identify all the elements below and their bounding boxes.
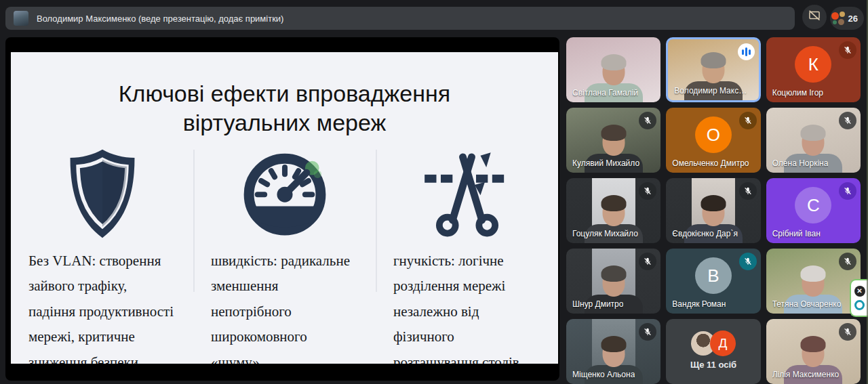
participant-name: Міщенко Альона	[572, 370, 635, 379]
presenter-banner-text: Володимир Максименко (веде презентацію, …	[37, 14, 283, 24]
participant-tile[interactable]: Світлана Гамалій	[566, 37, 660, 102]
extension-overlay: ✕	[850, 279, 868, 317]
silhouette-hair	[801, 336, 826, 352]
participant-tile[interactable]: Олена Норкіна	[766, 108, 861, 173]
avatar: В	[695, 257, 732, 294]
silhouette-hair	[701, 195, 726, 211]
slide-column-speed: швидкість: радикальне зменшення непотріб…	[193, 146, 376, 364]
participant-name: Омельченко Дмитро	[672, 158, 749, 168]
avatar: С	[795, 187, 831, 223]
participant-name: Євдокієнко Дар`я	[672, 229, 738, 238]
mic-muted-icon	[639, 253, 656, 270]
participant-tile[interactable]: Міщенко Альона	[566, 319, 660, 384]
slide-column-vlan: Без VLAN: створення зайвого трафіку, пад…	[11, 146, 193, 364]
silhouette-hair	[601, 54, 626, 70]
participant-tile[interactable]: ООмельченко Дмитро	[666, 108, 760, 173]
extension-close-icon[interactable]: ✕	[854, 286, 865, 297]
more-people-avatars: Д	[691, 330, 736, 356]
presenter-avatar	[14, 11, 28, 26]
speedometer-icon	[211, 146, 358, 242]
mic-muted-icon	[639, 112, 656, 129]
participant-name: Вандяк Роман	[672, 299, 726, 309]
participant-name: Лілія Максименко	[772, 370, 840, 379]
mic-muted-icon	[839, 41, 856, 59]
presenter-banner: Володимир Максименко (веде презентацію, …	[5, 7, 795, 30]
participant-name: Гоцуляк Михайло	[572, 229, 638, 238]
avatar: К	[795, 46, 831, 83]
participant-name: Коцюлим Ігор	[772, 88, 823, 98]
mic-muted-icon	[739, 182, 757, 200]
mic-muted-icon	[839, 182, 856, 200]
silhouette-hair	[801, 125, 826, 141]
participant-name: Олена Норкіна	[772, 158, 829, 168]
participant-name: Срібний Іван	[772, 229, 821, 238]
silhouette-hair	[601, 195, 626, 211]
participant-count: 26	[848, 14, 858, 24]
mic-muted-icon	[639, 323, 656, 341]
participant-name: Володимир Максименко	[674, 86, 748, 95]
participant-tile[interactable]: Кулявий Михайло	[566, 108, 660, 173]
participant-tile[interactable]: ССрібний Іван	[766, 178, 861, 243]
slide-column-text: швидкість: радикальне зменшення непотріб…	[211, 249, 358, 364]
slide-column-text: гнучкість: логічне розділення мережі нез…	[393, 249, 540, 364]
participants-pill[interactable]: 26	[830, 7, 864, 30]
slide-title: Ключові ефекти впровадження віртуальних …	[75, 79, 495, 137]
slide: Ключові ефекти впровадження віртуальних …	[11, 52, 558, 364]
silhouette-hair	[601, 336, 626, 352]
meet-window: Володимир Максименко (веде презентацію, …	[0, 0, 868, 384]
participant-name: Світлана Гамалій	[572, 88, 638, 98]
participant-tile[interactable]: Євдокієнко Дар`я	[666, 178, 760, 243]
participant-name: Шнур Дмитро	[572, 299, 623, 309]
participant-tile[interactable]: Лілія Максименко	[766, 319, 861, 384]
slide-column-text: Без VLAN: створення зайвого трафіку, пад…	[28, 249, 176, 364]
mic-muted-icon	[739, 253, 757, 270]
mic-muted-icon	[839, 112, 856, 129]
participant-name: Кулявий Михайло	[572, 158, 639, 168]
participant-tile[interactable]: ККоцюлим Ігор	[766, 37, 861, 102]
avatar-cluster-icon	[831, 12, 845, 25]
silhouette-hair	[601, 125, 626, 141]
extension-logo-icon[interactable]	[854, 300, 865, 310]
participant-tile[interactable]: Тетяна Овчаренко	[766, 249, 861, 314]
participant-tile[interactable]: Шнур Дмитро	[566, 249, 660, 314]
mic-muted-icon	[639, 182, 656, 200]
participant-name: Тетяна Овчаренко	[772, 299, 842, 309]
more-people-label: Ще 11 осіб	[666, 360, 760, 370]
slide-columns: Без VLAN: створення зайвого трафіку, пад…	[11, 146, 558, 364]
mic-muted-icon	[839, 253, 856, 270]
silhouette-hair	[701, 52, 726, 68]
presentation-off-icon	[808, 9, 821, 25]
silhouette-hair	[601, 265, 626, 282]
participant-tile[interactable]: Гоцуляк Михайло	[566, 178, 660, 243]
participant-tile[interactable]: ДЩе 11 осіб	[666, 319, 760, 384]
participant-tile[interactable]: ВВандяк Роман	[666, 249, 760, 314]
avatar: Д	[710, 330, 736, 356]
slide-column-flex: гнучкість: логічне розділення мережі нез…	[376, 146, 558, 364]
mic-muted-icon	[739, 112, 757, 129]
speaking-indicator-icon	[738, 43, 755, 60]
silhouette-hair	[801, 265, 826, 282]
shield-icon	[28, 146, 176, 242]
avatar: О	[695, 116, 732, 153]
present-stop-button[interactable]	[802, 5, 827, 29]
presentation-stage[interactable]: Ключові ефекти впровадження віртуальних …	[5, 37, 559, 381]
mic-muted-icon	[839, 323, 856, 341]
participants-grid: Світлана ГамалійВолодимир МаксименкоККоц…	[566, 37, 861, 384]
scissors-icon	[393, 146, 540, 242]
participant-tile[interactable]: Володимир Максименко	[666, 37, 760, 102]
